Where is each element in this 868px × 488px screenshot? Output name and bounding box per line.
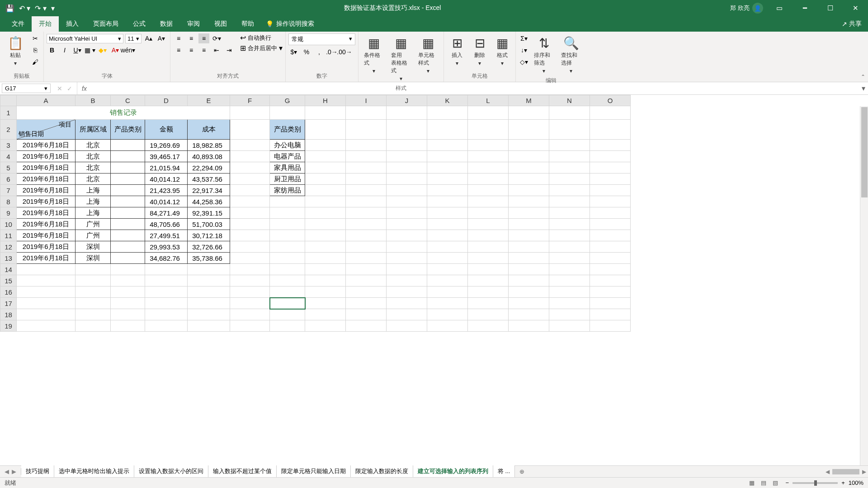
cell[interactable]: [427, 120, 468, 140]
row-header-9[interactable]: 9: [0, 207, 17, 219]
cell[interactable]: [509, 298, 549, 309]
cell[interactable]: [230, 140, 270, 151]
cell[interactable]: 44,258.36: [188, 196, 230, 207]
cell[interactable]: [387, 264, 427, 275]
col-header-J[interactable]: J: [387, 95, 427, 106]
zoom-in-icon[interactable]: +: [841, 479, 845, 486]
cell[interactable]: [230, 230, 270, 241]
tab-insert[interactable]: 插入: [59, 16, 86, 32]
cell[interactable]: [230, 162, 270, 174]
ribbon-display-icon[interactable]: ▭: [770, 4, 788, 12]
cell[interactable]: [346, 174, 387, 185]
cell[interactable]: [427, 264, 468, 275]
cell[interactable]: [305, 120, 346, 140]
cell[interactable]: 广州: [75, 219, 111, 230]
cell[interactable]: 32,726.66: [188, 241, 230, 253]
cell[interactable]: 上海: [75, 207, 111, 219]
row-header-10[interactable]: 10: [0, 219, 17, 230]
insert-cells-button[interactable]: ⊞插入▾: [447, 33, 467, 68]
enter-icon[interactable]: ✓: [67, 85, 72, 92]
cell[interactable]: 39,465.17: [145, 151, 188, 162]
undo-icon[interactable]: ↶ ▾: [19, 4, 30, 13]
cell[interactable]: [346, 196, 387, 207]
cell[interactable]: [270, 219, 305, 230]
decrease-font-icon[interactable]: A▾: [156, 33, 167, 43]
cell[interactable]: [549, 275, 590, 286]
cell[interactable]: 2019年6月18日: [17, 230, 75, 241]
cell[interactable]: [387, 298, 427, 309]
cell[interactable]: [468, 320, 509, 332]
collapse-ribbon-icon[interactable]: ⌃: [861, 74, 865, 80]
cell[interactable]: 家具用品: [270, 162, 305, 174]
cell[interactable]: [111, 207, 145, 219]
sheet-tab[interactable]: 选中单元格时给出输入提示: [54, 465, 134, 478]
cell[interactable]: [387, 140, 427, 151]
cell[interactable]: 办公电脑: [270, 140, 305, 151]
col-header-M[interactable]: M: [509, 95, 549, 106]
cell[interactable]: [346, 185, 387, 196]
cell[interactable]: [387, 174, 427, 185]
row-header-3[interactable]: 3: [0, 140, 17, 151]
header-cell[interactable]: 成本: [188, 120, 230, 140]
cell[interactable]: [427, 298, 468, 309]
cell[interactable]: [75, 320, 111, 332]
cell[interactable]: [305, 320, 346, 332]
cell[interactable]: [387, 253, 427, 264]
cell[interactable]: 27,499.51: [145, 230, 188, 241]
cell[interactable]: [75, 298, 111, 309]
cell[interactable]: [468, 174, 509, 185]
maximize-icon[interactable]: ☐: [821, 4, 839, 12]
cell[interactable]: 40,893.08: [188, 151, 230, 162]
cell[interactable]: [270, 207, 305, 219]
cell[interactable]: [270, 275, 305, 286]
header-cell[interactable]: 产品类别: [111, 120, 145, 140]
cell[interactable]: [111, 185, 145, 196]
cell[interactable]: [468, 253, 509, 264]
header-cell[interactable]: 产品类别: [270, 120, 305, 140]
cell[interactable]: 22,917.34: [188, 185, 230, 196]
cell[interactable]: [230, 185, 270, 196]
cancel-icon[interactable]: ✕: [57, 85, 62, 92]
page-break-view-icon[interactable]: ▧: [770, 479, 780, 486]
cell[interactable]: [230, 253, 270, 264]
cell[interactable]: 上海: [75, 196, 111, 207]
cell-styles-button[interactable]: ▦单元格样式▾: [415, 33, 441, 76]
col-header-O[interactable]: O: [590, 95, 631, 106]
cell[interactable]: [346, 162, 387, 174]
row-header-15[interactable]: 15: [0, 275, 17, 286]
cell[interactable]: [75, 286, 111, 298]
cell[interactable]: [549, 219, 590, 230]
normal-view-icon[interactable]: ▦: [747, 479, 757, 486]
cell[interactable]: [270, 309, 305, 320]
cell[interactable]: [590, 298, 631, 309]
cell[interactable]: [590, 320, 631, 332]
cell[interactable]: [270, 264, 305, 275]
cell[interactable]: 北京: [75, 162, 111, 174]
cell[interactable]: 北京: [75, 151, 111, 162]
sheet-tab[interactable]: 限定单元格只能输入日期: [277, 465, 351, 478]
fill-icon[interactable]: ↓▾: [519, 45, 529, 55]
cell[interactable]: [230, 151, 270, 162]
row-header-18[interactable]: 18: [0, 309, 17, 320]
cell[interactable]: [346, 309, 387, 320]
align-middle-icon[interactable]: ≡: [186, 33, 197, 43]
cell[interactable]: [549, 286, 590, 298]
cell[interactable]: [590, 241, 631, 253]
cell[interactable]: [549, 120, 590, 140]
col-header-I[interactable]: I: [346, 95, 387, 106]
align-right-icon[interactable]: ≡: [198, 45, 209, 55]
tab-data[interactable]: 数据: [153, 16, 180, 32]
cell[interactable]: 电器产品: [270, 151, 305, 162]
tab-file[interactable]: 文件: [5, 16, 32, 32]
cell[interactable]: 18,982.85: [188, 140, 230, 151]
decrease-indent-icon[interactable]: ⇤: [211, 45, 222, 55]
clear-icon[interactable]: ◇▾: [519, 57, 529, 67]
sheet-tab[interactable]: 输入数据不超过某个值: [208, 465, 277, 478]
cell[interactable]: [509, 120, 549, 140]
title-cell[interactable]: 销售记录: [17, 106, 230, 120]
cell[interactable]: [230, 219, 270, 230]
cell[interactable]: [346, 106, 387, 120]
cell[interactable]: [387, 162, 427, 174]
row-header-11[interactable]: 11: [0, 230, 17, 241]
cell[interactable]: [111, 241, 145, 253]
